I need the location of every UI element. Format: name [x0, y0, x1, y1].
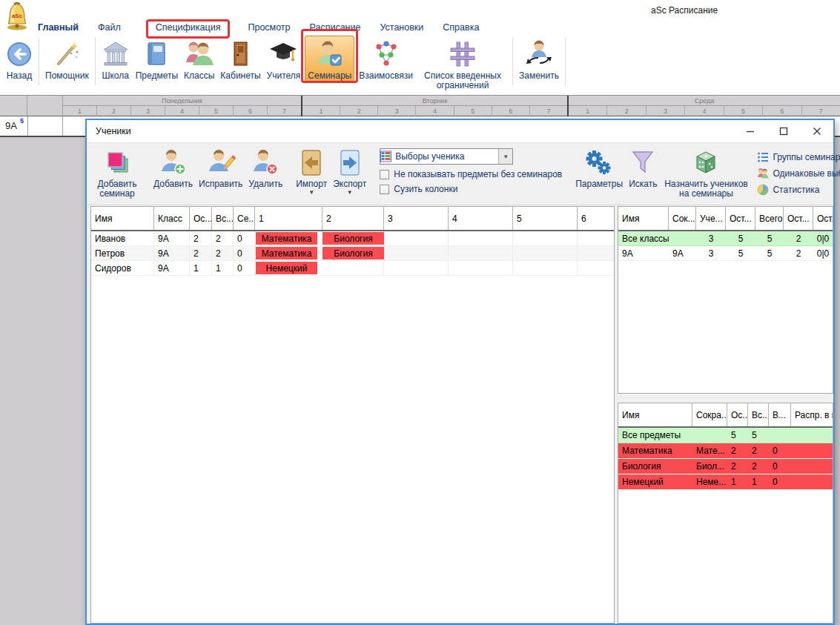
- subject-chip[interactable]: Математика: [256, 247, 317, 259]
- student-row[interactable]: Иванов 9А 2 2 0 Математика Биология: [91, 231, 614, 246]
- student-row[interactable]: Петров 9А 2 2 0 Математика Биология: [91, 246, 614, 261]
- menu-item-specification[interactable]: Спецификация: [156, 22, 221, 33]
- period-header[interactable]: 5: [454, 106, 492, 116]
- subject-summary-row[interactable]: Математика Мате... 2 2 0: [618, 443, 833, 459]
- add-seminar-button[interactable]: Добавить семинар: [91, 147, 143, 199]
- period-header[interactable]: 5: [199, 106, 234, 116]
- period-header[interactable]: 1: [63, 106, 97, 116]
- choice-cell[interactable]: [384, 246, 449, 260]
- menu-item-timetable[interactable]: Расписание: [310, 22, 361, 33]
- period-header[interactable]: 4: [416, 106, 454, 116]
- dialog-title-bar[interactable]: Ученики: [87, 120, 833, 143]
- ribbon-button-label: Помощник: [45, 71, 89, 81]
- student-choices-dropdown[interactable]: Выборы ученика ▼: [380, 148, 513, 165]
- choice-cell[interactable]: [578, 261, 614, 275]
- identical-choices-link[interactable]: Одинаковые выборы: [756, 165, 840, 182]
- period-header[interactable]: 3: [131, 106, 165, 116]
- import-button[interactable]: Импорт ▼: [293, 147, 330, 196]
- subject-chip[interactable]: Математика: [256, 232, 317, 245]
- period-header[interactable]: 6: [492, 106, 530, 116]
- asc-bell-logo-icon[interactable]: aSc: [4, 1, 30, 31]
- cell-value: 0|0: [813, 246, 833, 260]
- choice-cell[interactable]: [449, 231, 513, 245]
- subjects-button[interactable]: Предметы: [133, 36, 181, 82]
- school-button[interactable]: Школа: [99, 36, 133, 82]
- period-header[interactable]: 3: [378, 106, 416, 116]
- rooms-button[interactable]: Кабинеты: [217, 36, 263, 82]
- student-row[interactable]: Сидоров 9А 1 1 0 Немецкий: [91, 261, 614, 276]
- seminars-button[interactable]: Семинары: [305, 36, 354, 82]
- edit-student-button[interactable]: Исправить: [196, 147, 245, 190]
- choice-cell[interactable]: [578, 231, 614, 245]
- search-button[interactable]: Искать: [626, 147, 660, 190]
- ribbon-button-label: Классы: [184, 71, 214, 81]
- menu-item-help[interactable]: Справка: [443, 22, 479, 33]
- subject-summary-row[interactable]: Немецкий Неме... 1 1 0: [618, 474, 833, 490]
- class-summary-row[interactable]: Все классы 3 5 5 2 0|0: [618, 231, 833, 246]
- subject-chip[interactable]: Немецкий: [256, 262, 317, 274]
- choice-cell[interactable]: [449, 246, 513, 260]
- replace-button[interactable]: Заменить: [516, 36, 562, 82]
- choice-cell[interactable]: [384, 231, 449, 245]
- seminar-links-group: Группы семинаров Одинаковые выборы: [756, 149, 840, 198]
- column-header: 3: [384, 207, 449, 230]
- period-header[interactable]: 6: [763, 106, 801, 116]
- cell-value: 3: [696, 246, 726, 260]
- timetable-header: Понедельник 1 2 3 4 5 6 7 Вторник 1 2 3: [0, 95, 840, 116]
- hide-subjects-checkbox[interactable]: Не показывать предметы без семинаров: [380, 169, 562, 179]
- period-header[interactable]: 1: [569, 106, 607, 116]
- class-summary-row[interactable]: 9А 9А 3 5 5 2 0|0: [618, 246, 833, 261]
- subject-chip[interactable]: Биология: [323, 247, 384, 259]
- relationships-button[interactable]: Взаимосвязи: [356, 36, 416, 82]
- constraints-list-button[interactable]: Список введенных ограничений: [416, 36, 509, 92]
- period-header[interactable]: 7: [268, 106, 301, 116]
- maximize-button[interactable]: [767, 120, 800, 142]
- dropdown-arrow-button[interactable]: ▼: [498, 149, 512, 164]
- close-button[interactable]: [800, 120, 833, 142]
- statistics-link[interactable]: Статистика: [756, 182, 840, 198]
- period-header[interactable]: 7: [530, 106, 567, 116]
- period-header[interactable]: 7: [802, 106, 840, 116]
- choice-cell[interactable]: [384, 261, 449, 275]
- cell-value: 0: [769, 459, 791, 474]
- choice-cell[interactable]: [449, 261, 513, 275]
- minimize-button[interactable]: [733, 120, 767, 142]
- seminar-groups-link[interactable]: Группы семинаров: [756, 149, 840, 165]
- narrow-columns-checkbox[interactable]: Сузить колонки: [380, 184, 562, 194]
- period-header[interactable]: 2: [340, 106, 378, 116]
- cell-value: 5: [748, 428, 769, 443]
- assign-students-button[interactable]: Назначить учеников на семинары: [660, 147, 752, 199]
- subject-summary-row[interactable]: Все предметы 5 5: [618, 428, 833, 443]
- period-header[interactable]: 2: [97, 106, 131, 116]
- menu-item-main[interactable]: Главный: [38, 22, 79, 33]
- menu-item-options[interactable]: Установки: [380, 22, 423, 33]
- period-header[interactable]: 2: [607, 106, 646, 116]
- period-header[interactable]: 5: [724, 106, 763, 116]
- choice-cell[interactable]: [323, 261, 384, 275]
- subjects-summary-panel: Имя Сокра... Ос... Вс... В... Распр. в н…: [618, 403, 833, 624]
- subject-summary-row[interactable]: Биология Биол... 2 2 0: [618, 459, 833, 474]
- parameters-button[interactable]: Параметры: [572, 147, 626, 190]
- period-header[interactable]: 4: [165, 106, 199, 116]
- period-header[interactable]: 4: [685, 106, 724, 116]
- menu-bar: Главный Файл Спецификация Просмотр Распи…: [28, 19, 489, 36]
- add-student-button[interactable]: Добавить: [151, 147, 196, 190]
- period-header[interactable]: 1: [302, 106, 340, 116]
- menu-item-view[interactable]: Просмотр: [248, 22, 290, 33]
- back-button[interactable]: Назад: [3, 36, 36, 82]
- cell-value: 2: [784, 246, 813, 260]
- choice-cell[interactable]: [513, 261, 578, 275]
- subject-chip[interactable]: Биология: [323, 232, 384, 245]
- export-button[interactable]: Экспорт ▼: [330, 147, 369, 196]
- classes-button[interactable]: Классы: [181, 36, 217, 82]
- cell-value: 2: [784, 231, 813, 245]
- delete-student-button[interactable]: Удалить: [245, 147, 285, 190]
- period-header[interactable]: 6: [234, 106, 268, 116]
- choice-cell[interactable]: [513, 231, 578, 245]
- wizard-button[interactable]: Помощник: [42, 36, 92, 82]
- choice-cell[interactable]: [578, 246, 614, 260]
- teachers-button[interactable]: Учителя: [264, 36, 304, 82]
- choice-cell[interactable]: [513, 246, 578, 260]
- menu-item-file[interactable]: Файл: [98, 22, 121, 33]
- period-header[interactable]: 3: [646, 106, 685, 116]
